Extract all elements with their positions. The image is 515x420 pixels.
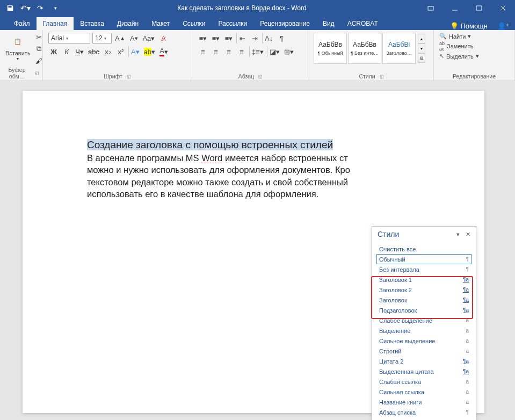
paste-button[interactable]: 📋 Вставить ▾ <box>3 32 33 62</box>
borders-icon[interactable]: ⊞▾ <box>283 46 295 57</box>
save-icon[interactable] <box>3 1 17 15</box>
pane-style-item[interactable]: Заголовок 1¶a <box>376 274 472 285</box>
underline-button[interactable]: Ч▾ <box>74 46 85 57</box>
tab-review[interactable]: Рецензирование <box>253 17 316 30</box>
clipboard-launcher-icon[interactable]: ◱ <box>35 71 39 76</box>
pane-style-item[interactable]: Сильная ссылкаa <box>376 387 472 397</box>
font-size-combo[interactable]: 12▾ <box>92 33 112 44</box>
pane-item-symbol: ¶ <box>466 266 469 272</box>
align-right-icon[interactable]: ≡ <box>223 46 234 57</box>
tab-layout[interactable]: Макет <box>145 17 176 30</box>
italic-button[interactable]: К <box>61 46 72 57</box>
align-center-icon[interactable]: ≡ <box>211 46 221 57</box>
pane-item-name: Название книги <box>379 399 422 405</box>
minimize-icon[interactable] <box>443 1 467 16</box>
ribbon-display-icon[interactable] <box>418 1 443 16</box>
pane-style-item[interactable]: Цитата 2¶a <box>376 356 472 366</box>
tab-file[interactable]: Файл <box>8 17 37 30</box>
pane-item-name: Заголовок <box>379 297 407 303</box>
pane-item-name: Заголовок 1 <box>379 277 412 283</box>
grow-font-icon[interactable]: A▲ <box>114 33 126 44</box>
font-name-combo[interactable]: Arial▾ <box>48 33 90 44</box>
replace-button[interactable]: abac Заменить <box>439 41 479 52</box>
font-color-icon[interactable]: A▾ <box>158 46 169 57</box>
tab-acrobat[interactable]: ACROBAT <box>341 17 385 30</box>
pane-clear-label: Очистить все <box>379 246 416 252</box>
line-spacing-icon[interactable]: ‡≡▾ <box>249 46 265 57</box>
pane-style-item[interactable]: Заголовок¶a <box>376 295 472 305</box>
indent-inc-icon[interactable]: ⇥ <box>249 33 260 44</box>
highlight-icon[interactable]: ab▾ <box>143 46 156 57</box>
text-effects-icon[interactable]: A▾ <box>128 46 141 57</box>
style-name: Заголово… <box>386 50 411 56</box>
tab-home[interactable]: Главная <box>37 17 74 30</box>
align-justify-icon[interactable]: ≡ <box>236 46 247 57</box>
tell-me-icon[interactable]: 💡 Помощн <box>450 22 488 30</box>
qat-more-icon[interactable]: ▾ <box>48 1 62 15</box>
pane-style-item[interactable]: Сильное выделениеa <box>376 336 472 346</box>
styles-launcher-icon[interactable]: ◱ <box>380 74 384 79</box>
tab-references[interactable]: Ссылки <box>176 17 212 30</box>
pane-style-item[interactable]: Строгийa <box>376 346 472 356</box>
window-controls <box>418 1 515 16</box>
maximize-icon[interactable] <box>467 1 491 16</box>
clear-format-icon[interactable]: A̷ <box>158 33 169 44</box>
shrink-font-icon[interactable]: A▾ <box>128 33 139 44</box>
tab-view[interactable]: Вид <box>316 17 341 30</box>
pane-item-symbol: a <box>466 389 469 395</box>
pane-style-item[interactable]: Выделенная цитата¶a <box>376 366 472 376</box>
paragraph-launcher-icon[interactable]: ◱ <box>258 74 263 79</box>
bullets-icon[interactable]: ≡▾ <box>198 33 208 44</box>
pane-style-item[interactable]: Слабая ссылкаa <box>376 376 472 387</box>
pane-style-item[interactable]: Выделениеa <box>376 325 472 336</box>
indent-dec-icon[interactable]: ⇤ <box>236 33 247 44</box>
shading-icon[interactable]: ◪▾ <box>267 46 281 57</box>
pane-style-item[interactable]: Слабое выделениеa <box>376 315 472 325</box>
share-icon[interactable]: 👤⁺ <box>497 22 510 30</box>
tab-insert[interactable]: Вставка <box>74 17 111 30</box>
change-case-icon[interactable]: Aa▾ <box>141 33 156 44</box>
undo-icon[interactable]: ↶▾ <box>18 1 32 15</box>
style-name: ¶ Без инте… <box>351 50 379 56</box>
strike-button[interactable]: abc <box>87 46 100 57</box>
pane-item-name: Абзац списка <box>379 409 416 416</box>
font-launcher-icon[interactable]: ◱ <box>127 74 131 79</box>
multilevel-icon[interactable]: ≡▾ <box>223 33 234 44</box>
tab-design[interactable]: Дизайн <box>111 17 145 30</box>
superscript-button[interactable]: x² <box>115 46 126 57</box>
pane-item-symbol: a <box>466 338 469 344</box>
style-normal[interactable]: АаБбВв ¶ Обычный <box>314 33 347 64</box>
pane-item-name: Слабая ссылка <box>379 379 421 385</box>
style-heading1[interactable]: АаБбВі Заголово… <box>382 33 416 64</box>
doc-body[interactable]: В арсенале программы MS Word имеется наб… <box>87 152 425 200</box>
pane-style-item[interactable]: Обычный¶ <box>376 254 472 264</box>
pane-menu-icon[interactable]: ▾ <box>453 231 463 238</box>
sort-icon[interactable]: A↓ <box>262 33 274 44</box>
pane-item-name: Сильное выделение <box>379 338 435 344</box>
group-paragraph: ≡▾ ≡▾ ≡▾ ⇤ ⇥ A↓ ¶ ≡ ≡ ≡ ≡ ‡≡▾ ◪▾ ⊞▾ <box>192 30 309 81</box>
show-marks-icon[interactable]: ¶ <box>276 33 287 44</box>
bold-button[interactable]: Ж <box>48 46 59 57</box>
pane-style-item[interactable]: Абзац списка¶ <box>376 407 472 417</box>
doc-heading[interactable]: Создание заголовка с помощью встроенных … <box>87 139 333 150</box>
doc-text-spellerror: Word <box>201 153 222 163</box>
align-left-icon[interactable]: ≡ <box>198 46 208 57</box>
group-styles-label: Стили <box>359 73 375 79</box>
select-button[interactable]: ↖ Выделить ▾ <box>439 53 479 60</box>
numbering-icon[interactable]: ≡▾ <box>211 33 221 44</box>
redo-icon[interactable]: ↷ <box>33 1 47 15</box>
style-nospacing[interactable]: АаБбВв ¶ Без инте… <box>348 33 381 64</box>
close-icon[interactable] <box>491 1 515 16</box>
find-button[interactable]: 🔍 Найти ▾ <box>439 33 479 40</box>
pane-style-item[interactable]: Без интервала¶ <box>376 264 472 274</box>
group-editing: 🔍 Найти ▾ abac Заменить ↖ Выделить ▾ Ред… <box>434 30 515 81</box>
pane-clear-all[interactable]: Очистить все <box>376 244 472 254</box>
pane-close-icon[interactable]: ✕ <box>463 231 473 238</box>
pane-style-item[interactable]: Название книгиa <box>376 397 472 407</box>
subscript-button[interactable]: x₂ <box>103 46 113 57</box>
pane-style-item[interactable]: Подзаголовок¶a <box>376 305 472 315</box>
pane-style-item[interactable]: Заголовок 2¶a <box>376 285 472 295</box>
tab-mailings[interactable]: Рассылки <box>212 17 253 30</box>
style-gallery-more[interactable]: ▴▾⊟ <box>418 33 425 64</box>
ribbon-tabs: Файл Главная Вставка Дизайн Макет Ссылки… <box>0 16 515 30</box>
